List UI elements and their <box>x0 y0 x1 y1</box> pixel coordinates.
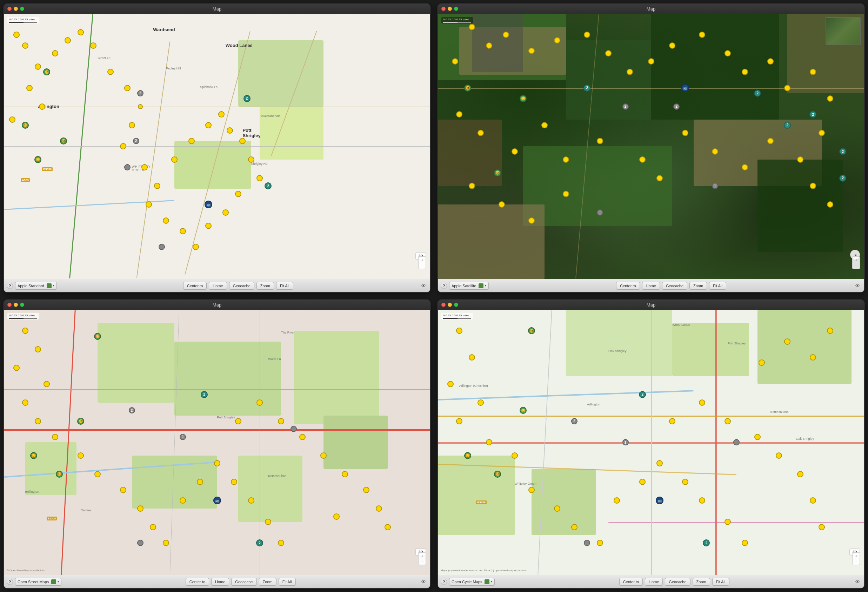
center-to-button[interactable]: Center to <box>183 282 207 290</box>
scale-bar-2: 0 0.25 0.5 0.75 miles <box>441 17 473 24</box>
close-button-3[interactable] <box>7 303 12 307</box>
map-window-bottom-right: Map Adlington (Cheshire) Adlington Wood … <box>437 299 865 589</box>
title-bar-bottom-right: Map <box>438 300 864 310</box>
center-to-button-2[interactable]: Center to <box>616 282 639 290</box>
scale-bar-4: 0 0.25 0.5 0.75 miles <box>441 313 473 320</box>
window-title-4: Map <box>647 302 655 308</box>
toolbar-top-right: ? Apple Satellite ▾ Center to Home Geoca… <box>438 279 864 292</box>
maximize-button-4[interactable] <box>454 303 458 307</box>
window-controls-4[interactable] <box>441 303 458 307</box>
fit-all-button[interactable]: Fit All <box>276 282 293 290</box>
geocache-button[interactable]: Geocache <box>229 282 254 290</box>
toolbar-bottom-left: ? Open Street Maps ▾ Center to Home Geoc… <box>4 575 430 588</box>
zoom-in-button-2[interactable]: + <box>852 256 860 263</box>
map-type-selector-4[interactable]: Open Cycle Maps ▾ <box>449 578 495 586</box>
chevron-down-icon-4: ▾ <box>491 580 492 583</box>
map-type-icon-3 <box>51 579 56 584</box>
zoom-button-3[interactable]: Zoom <box>259 578 276 586</box>
minimize-button-4[interactable] <box>448 303 452 307</box>
minimize-button-2[interactable] <box>448 7 452 11</box>
zoom-controls-2[interactable]: + − <box>852 256 860 269</box>
zoom-in-button[interactable]: + <box>418 256 426 263</box>
map-type-label-3: Open Street Maps <box>18 580 49 584</box>
map-type-icon-4 <box>484 579 489 584</box>
zoom-button-2[interactable]: Zoom <box>689 282 707 290</box>
toolbar-top-left: ? Apple Standard ▾ Center to Home Geocac… <box>4 279 430 292</box>
visibility-icon-4[interactable]: 👁 <box>853 578 861 586</box>
fit-all-button-2[interactable]: Fit All <box>709 282 726 290</box>
map-area-osm[interactable]: B5358 Bollington Rainow Pott Shrigley Th… <box>4 310 430 575</box>
map-window-top-right: Map <box>437 3 865 293</box>
zoom-controls-4[interactable]: + − <box>852 552 860 565</box>
close-button[interactable] <box>7 7 12 11</box>
fit-all-button-4[interactable]: Fit All <box>712 578 729 586</box>
zoom-in-button-3[interactable]: + <box>418 552 426 559</box>
satellite-thumbnail <box>825 17 861 45</box>
window-controls-3[interactable] <box>7 303 24 307</box>
window-title: Map <box>213 6 221 12</box>
zoom-button-4[interactable]: Zoom <box>692 578 710 586</box>
center-to-button-3[interactable]: Center to <box>186 578 209 586</box>
map-area-standard[interactable]: B5358 A523 Wardsend Wood Lanes Adlington… <box>4 14 430 279</box>
help-button[interactable]: ? <box>7 283 13 289</box>
window-title-3: Map <box>213 302 221 308</box>
title-bar-bottom-left: Map <box>4 300 430 310</box>
map-type-label-4: Open Cycle Maps <box>452 580 482 584</box>
visibility-icon[interactable]: 👁 <box>419 282 427 290</box>
close-button-4[interactable] <box>441 303 446 307</box>
map-type-label-2: Apple Satellite <box>452 284 476 288</box>
title-bar-top-right: Map <box>438 4 864 14</box>
zoom-out-button-3[interactable]: − <box>418 559 426 565</box>
chevron-down-icon: ▾ <box>53 284 55 287</box>
map-type-selector-2[interactable]: Apple Satellite ▾ <box>449 282 489 290</box>
center-to-button-4[interactable]: Center to <box>619 578 643 586</box>
scale-bar: 0 0.25 0.5 0.75 miles <box>7 17 39 24</box>
cycle-copyright: Maps (c) www.thunderforest.com | Data (c… <box>441 569 526 572</box>
zoom-controls[interactable]: + − <box>418 256 426 269</box>
home-button[interactable]: Home <box>209 282 227 290</box>
map-area-satellite[interactable]: 😊 😊 😊 2 2 1 2 2 2 2 2 2 🚌 0 0.25 0.5 0.7… <box>438 14 864 279</box>
geocache-button-2[interactable]: Geocache <box>662 282 687 290</box>
zoom-in-button-4[interactable]: + <box>852 552 860 559</box>
chevron-down-icon-3: ▾ <box>58 580 59 583</box>
map-area-cycle[interactable]: Adlington (Cheshire) Adlington Wood Lane… <box>438 310 864 575</box>
zoom-out-button[interactable]: − <box>418 263 426 269</box>
help-button-3[interactable]: ? <box>7 579 13 585</box>
map-window-bottom-left: Map B5358 Bollington Rainow Pott Shrigle… <box>3 299 431 589</box>
maximize-button[interactable] <box>20 7 24 11</box>
home-button-4[interactable]: Home <box>645 578 663 586</box>
visibility-icon-2[interactable]: 👁 <box>853 282 861 290</box>
map-type-icon <box>47 283 52 288</box>
title-bar-top-left: Map <box>4 4 430 14</box>
window-title-2: Map <box>647 6 655 12</box>
close-button-2[interactable] <box>441 7 446 11</box>
maximize-button-3[interactable] <box>20 303 24 307</box>
window-controls-2[interactable] <box>441 7 458 11</box>
geocache-button-3[interactable]: Geocache <box>231 578 257 586</box>
home-button-2[interactable]: Home <box>642 282 660 290</box>
zoom-controls-3[interactable]: + − <box>418 552 426 565</box>
maximize-button-2[interactable] <box>454 7 458 11</box>
fit-all-button-3[interactable]: Fit All <box>279 578 296 586</box>
map-window-top-left: Map B5358 A523 Wardsend Wood Lanes Adlin… <box>3 3 431 293</box>
map-type-selector[interactable]: Apple Standard ▾ <box>15 282 57 290</box>
chevron-down-icon-2: ▾ <box>485 284 486 287</box>
visibility-icon-3[interactable]: 👁 <box>419 578 427 586</box>
zoom-out-button-4[interactable]: − <box>852 559 860 565</box>
zoom-button[interactable]: Zoom <box>257 282 274 290</box>
minimize-button[interactable] <box>14 7 18 11</box>
geocache-button-4[interactable]: Geocache <box>665 578 690 586</box>
osm-copyright: © OpenStreetMap contributors <box>7 569 45 572</box>
help-button-4[interactable]: ? <box>441 579 447 585</box>
minimize-button-3[interactable] <box>14 303 18 307</box>
toolbar-bottom-right: ? Open Cycle Maps ▾ Center to Home Geoca… <box>438 575 864 588</box>
map-type-icon-2 <box>478 283 483 288</box>
scale-bar-3: 0 0.25 0.5 0.75 miles <box>7 313 39 320</box>
home-button-3[interactable]: Home <box>211 578 229 586</box>
map-type-selector-3[interactable]: Open Street Maps ▾ <box>15 578 61 586</box>
map-type-label: Apple Standard <box>18 284 44 288</box>
window-controls[interactable] <box>7 7 24 11</box>
help-button-2[interactable]: ? <box>441 283 447 289</box>
zoom-out-button-2[interactable]: − <box>852 263 860 269</box>
